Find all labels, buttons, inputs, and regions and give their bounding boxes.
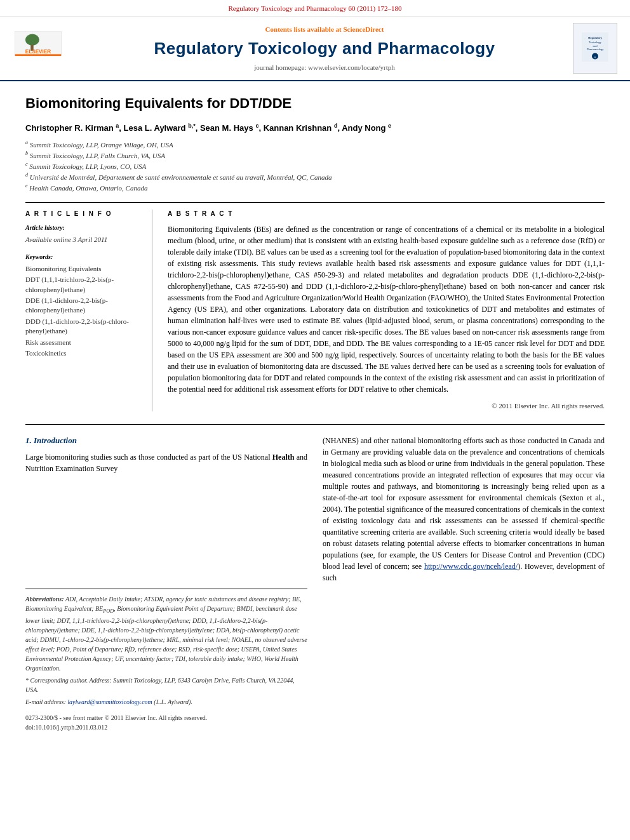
abstract-text: Biomonitoring Equivalents (BEs) are defi… xyxy=(168,223,605,395)
svg-text:Toxicology: Toxicology xyxy=(589,41,601,44)
keyword-1: Biomonitoring Equivalents xyxy=(25,264,142,274)
corresponding-author-note: * Corresponding author. Address: Summit … xyxy=(25,676,307,695)
author-lesa: Lesa L. Aylward b,*, xyxy=(124,123,200,133)
svg-text:Regulatory: Regulatory xyxy=(588,36,602,39)
article-info-label: A R T I C L E I N F O xyxy=(25,210,142,218)
article-info-column: A R T I C L E I N F O Article history: A… xyxy=(25,210,152,411)
abstract-label: A B S T R A C T xyxy=(168,210,605,218)
main-content: Biomonitoring Equivalents for DDT/DDE Ch… xyxy=(0,81,630,744)
author-email-link[interactable]: laylward@summittoxicology.com xyxy=(67,698,152,705)
journal-ref-text: Regulatory Toxicology and Pharmacology 6… xyxy=(229,4,402,12)
info-abstract-columns: A R T I C L E I N F O Article history: A… xyxy=(25,210,605,411)
body-left-column: 1. Introduction Large biomonitoring stud… xyxy=(25,435,307,732)
author-andy: Andy Nong e xyxy=(342,123,391,133)
article-title: Biomonitoring Equivalents for DDT/DDE xyxy=(25,94,605,114)
affil-e: e Health Canada, Ottawa, Ontario, Canada xyxy=(25,182,605,193)
abstract-column: A B S T R A C T Biomonitoring Equivalent… xyxy=(168,210,605,411)
journal-header: ELSEVIER Contents lists available at Sci… xyxy=(0,17,630,81)
author-sean: Sean M. Hays c, xyxy=(200,123,264,133)
svg-text:and: and xyxy=(593,44,598,48)
svg-rect-4 xyxy=(15,54,62,56)
journal-title-block: Contents lists available at ScienceDirec… xyxy=(76,25,573,72)
article-history-label: Article history: xyxy=(25,223,142,232)
svg-text:R: R xyxy=(594,56,596,59)
sciencedirect-link: Contents lists available at ScienceDirec… xyxy=(76,25,573,34)
section1-heading: 1. Introduction xyxy=(25,435,307,446)
affil-c: c Summit Toxicology, LLP, Lyons, CO, USA xyxy=(25,161,605,171)
body-columns: 1. Introduction Large biomonitoring stud… xyxy=(25,435,605,732)
abbreviations-text: Abbreviations: ADI, Acceptable Daily Int… xyxy=(25,594,307,672)
issn-line: 0273-2300/$ - see front matter © 2011 El… xyxy=(25,713,307,723)
copyright-text: © 2011 Elsevier Inc. All rights reserved… xyxy=(168,401,605,411)
journal-title: Regulatory Toxicology and Pharmacology xyxy=(76,37,573,60)
affil-b: b Summit Toxicology, LLP, Falls Church, … xyxy=(25,150,605,161)
article-ids: 0273-2300/$ - see front matter © 2011 El… xyxy=(25,713,307,732)
keywords-label: Keywords: xyxy=(25,253,142,262)
affil-d: d Université de Montréal, Département de… xyxy=(25,171,605,182)
journal-homepage: journal homepage: www.elsevier.com/locat… xyxy=(76,63,573,72)
affil-a: a Summit Toxicology, LLP, Orange Village… xyxy=(25,139,605,150)
journal-logo-box: Regulatory Toxicology and Pharmacology R xyxy=(573,23,617,74)
keyword-3: DDE (1,1-dichloro-2,2-bis(p-chlorophenyl… xyxy=(25,296,142,316)
author-christopher: Christopher R. Kirman a, xyxy=(25,123,124,133)
svg-point-1 xyxy=(25,34,39,45)
email-address-note: E-mail address: laylward@summittoxicolog… xyxy=(25,697,307,707)
journal-reference-bar: Regulatory Toxicology and Pharmacology 6… xyxy=(0,0,630,17)
author-kannan: Kannan Krishnan d, xyxy=(264,123,342,133)
footnote-area: Abbreviations: ADI, Acceptable Daily Int… xyxy=(25,589,307,731)
affiliations-block: a Summit Toxicology, LLP, Orange Village… xyxy=(25,139,605,194)
elsevier-logo: ELSEVIER xyxy=(13,31,64,66)
body-right-text: (NHANES) and other national biomonitorin… xyxy=(323,435,605,583)
cdc-link[interactable]: http://www.cdc.gov/nceh/lead/ xyxy=(424,562,518,571)
doi-line: doi:10.1016/j.yrtph.2011.03.012 xyxy=(25,723,307,732)
keyword-6: Toxicokinetics xyxy=(25,349,142,358)
keyword-5: Risk assessment xyxy=(25,338,142,347)
svg-text:ELSEVIER: ELSEVIER xyxy=(25,48,51,54)
svg-text:Pharmacology: Pharmacology xyxy=(587,48,604,51)
keyword-2: DDT (1,1,1-trichloro-2,2-bis(p-chlorophe… xyxy=(25,275,142,295)
body-intro-text: Large biomonitoring studies such as thos… xyxy=(25,451,307,474)
body-right-column: (NHANES) and other national biomonitorin… xyxy=(323,435,605,732)
authors-line: Christopher R. Kirman a, Lesa L. Aylward… xyxy=(25,121,605,134)
keywords-list: Biomonitoring Equivalents DDT (1,1,1-tri… xyxy=(25,264,142,359)
section-divider xyxy=(25,202,605,203)
body-content: 1. Introduction Large biomonitoring stud… xyxy=(25,424,605,732)
keyword-4: DDD (1,1-dichloro-2,2-bis(p-chloro-pheny… xyxy=(25,317,142,337)
article-available-online: Available online 3 April 2011 xyxy=(25,235,142,244)
